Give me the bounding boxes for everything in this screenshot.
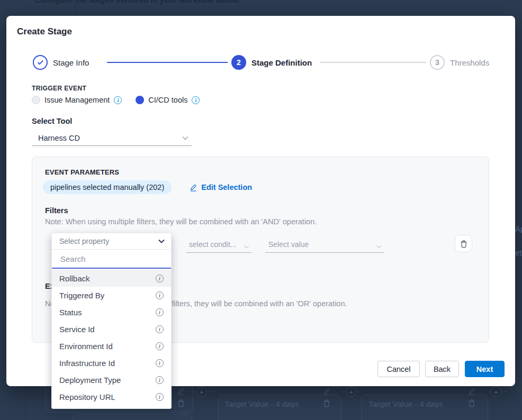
filters-heading: Filters — [45, 206, 68, 215]
info-icon[interactable]: i — [156, 275, 164, 282]
step-1-indicator[interactable] — [33, 55, 48, 70]
edit-icon — [323, 387, 331, 395]
info-icon[interactable]: i — [156, 291, 164, 299]
background-text-fragment: et — [515, 248, 522, 257]
delete-filter-button[interactable] — [455, 235, 472, 252]
edit-icon — [177, 387, 185, 395]
chevron-down-icon — [158, 239, 165, 243]
add-stage-button: + — [346, 387, 356, 397]
trigger-event-options: Issue Management i CI/CD tools i — [32, 95, 200, 105]
edit-selection-label: Edit Selection — [201, 183, 252, 191]
edit-icon — [468, 387, 476, 395]
radio-issue-management-label: Issue Management — [44, 96, 110, 104]
add-stage-button: + — [491, 387, 501, 397]
dropdown-option[interactable]: Status i — [52, 304, 171, 321]
stepper-connector — [320, 62, 426, 63]
chevron-down-icon — [182, 136, 188, 140]
background-subtitle: Configure the stages involved in your wo… — [35, 0, 240, 4]
dropdown-option[interactable]: Rollback i — [52, 270, 171, 287]
dropdown-option[interactable]: Service Id i — [52, 321, 171, 337]
info-icon[interactable]: i — [156, 393, 164, 401]
step-3-label: Thresholds — [450, 58, 489, 67]
info-icon[interactable]: i — [156, 325, 164, 333]
target-value-label: Target Value - 4 days — [224, 399, 299, 408]
chevron-down-icon — [244, 245, 249, 249]
radio-issue-management[interactable] — [32, 96, 40, 104]
step-2-indicator[interactable]: 2 — [231, 55, 246, 70]
filters-note: Note: When using multiple filters, they … — [45, 217, 317, 226]
info-icon[interactable]: i — [156, 308, 164, 316]
trash-icon — [460, 240, 467, 248]
add-stage-button: + — [196, 387, 207, 397]
stage-card-fragment — [73, 414, 192, 420]
info-icon[interactable]: i — [156, 359, 164, 367]
radio-cicd-tools[interactable] — [136, 96, 144, 104]
trash-icon — [177, 399, 185, 407]
edit-selection-link[interactable]: Edit Selection — [190, 183, 252, 191]
info-icon[interactable]: i — [156, 342, 164, 350]
step-1-label: Stage Info — [53, 58, 89, 67]
chevron-down-icon — [376, 245, 382, 249]
property-select-placeholder: Select property — [59, 237, 109, 245]
background-divider — [25, 400, 26, 420]
cancel-button[interactable]: Cancel — [377, 361, 420, 377]
value-select-placeholder: Select value — [268, 240, 309, 249]
step-3-indicator[interactable]: 3 — [430, 55, 445, 70]
selection-chip: pipelines selected manually (202) — [43, 180, 172, 194]
edit-icon — [190, 184, 197, 191]
dropdown-option[interactable]: Repository URL i — [52, 388, 171, 405]
trash-icon — [468, 399, 475, 407]
dropdown-search-input[interactable] — [59, 254, 164, 264]
value-select[interactable]: Select value — [265, 235, 384, 253]
target-value-label: Target Value - 4 days — [368, 399, 443, 408]
background-divider — [75, 0, 76, 15]
dropdown-option[interactable]: Triggered By i — [52, 287, 171, 304]
trash-icon — [323, 399, 330, 407]
back-button[interactable]: Back — [425, 361, 459, 377]
dropdown-options-list: Rollback i Triggered By i Status i Servi… — [52, 269, 171, 408]
info-icon[interactable]: i — [114, 96, 122, 104]
tool-select-value: Harness CD — [38, 134, 80, 142]
dropdown-option[interactable]: Deployment Type i — [52, 371, 171, 388]
background-text-fragment: Ap — [515, 224, 522, 233]
dropdown-search — [52, 250, 171, 269]
modal-title: Create Stage — [17, 26, 72, 37]
step-2-label: Stage Definition — [251, 58, 312, 67]
dropdown-option[interactable]: Infrastructure Id i — [52, 354, 171, 371]
property-select[interactable]: Select property — [52, 233, 171, 250]
dropdown-option[interactable]: Environment Id i — [52, 337, 171, 354]
event-parameters-heading: EVENT PARAMETERS — [45, 168, 119, 176]
info-icon[interactable]: i — [156, 376, 164, 384]
trigger-event-label: TRIGGER EVENT — [32, 85, 86, 92]
radio-cicd-tools-label: CI/CD tools — [148, 96, 187, 104]
select-tool-label: Select Tool — [32, 117, 72, 125]
condition-select-placeholder: select condit... — [189, 240, 237, 249]
info-icon[interactable]: i — [192, 96, 200, 104]
tool-select[interactable]: Harness CD — [32, 130, 192, 146]
property-select-dropdown: Select property Rollback i Triggered By … — [51, 233, 172, 409]
check-icon — [37, 60, 44, 65]
condition-select[interactable]: select condit... — [186, 235, 251, 253]
stepper-connector — [107, 62, 228, 63]
next-button[interactable]: Next — [465, 361, 505, 377]
